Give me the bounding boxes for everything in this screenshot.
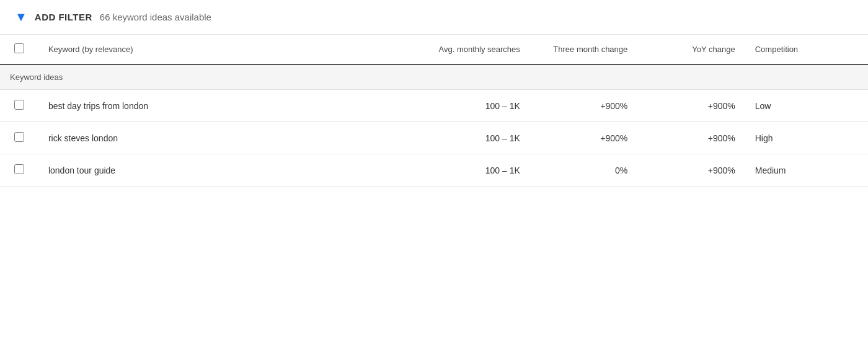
competition-cell-3: Medium [745,154,868,187]
row-checkbox-cell-3[interactable] [0,154,38,187]
row-checkbox-1[interactable] [14,100,24,110]
table-row: best day trips from london 100 – 1K +900… [0,90,868,122]
competition-cell-1: Low [745,90,868,122]
three-month-change-cell-3: 0% [530,154,637,187]
monthly-searches-cell-3: 100 – 1K [361,154,530,187]
yoy-change-cell-1: +900% [637,90,745,122]
three-month-change-cell-2: +900% [530,122,637,154]
table-header-row: Keyword (by relevance) Avg. monthly sear… [0,35,868,64]
keyword-table: Keyword (by relevance) Avg. monthly sear… [0,35,868,187]
yoy-change-cell-3: +900% [637,154,745,187]
top-bar: ▼ ADD FILTER 66 keyword ideas available [0,0,868,35]
monthly-searches-cell-2: 100 – 1K [361,122,530,154]
column-header-monthly-searches[interactable]: Avg. monthly searches [361,35,530,64]
row-checkbox-2[interactable] [14,132,24,142]
column-header-three-month-change[interactable]: Three month change [530,35,637,64]
row-checkbox-3[interactable] [14,164,24,174]
filter-icon: ▼ [15,10,27,24]
add-filter-button[interactable]: ADD FILTER [35,12,92,22]
column-header-competition[interactable]: Competition [745,35,868,64]
keyword-cell-3: london tour guide [38,154,361,187]
select-all-checkbox-cell[interactable] [0,35,38,64]
table-row: london tour guide 100 – 1K 0% +900% Medi… [0,154,868,187]
yoy-change-cell-2: +900% [637,122,745,154]
select-all-checkbox[interactable] [14,43,24,53]
competition-cell-2: High [745,122,868,154]
section-label: Keyword ideas [0,64,868,90]
keyword-cell-1: best day trips from london [38,90,361,122]
section-header-keyword-ideas: Keyword ideas [0,64,868,90]
keyword-cell-2: rick steves london [38,122,361,154]
three-month-change-cell-1: +900% [530,90,637,122]
table-row: rick steves london 100 – 1K +900% +900% … [0,122,868,154]
column-header-yoy-change[interactable]: YoY change [637,35,745,64]
column-header-keyword[interactable]: Keyword (by relevance) [38,35,361,64]
keyword-count-text: 66 keyword ideas available [100,12,211,22]
row-checkbox-cell-2[interactable] [0,122,38,154]
row-checkbox-cell-1[interactable] [0,90,38,122]
monthly-searches-cell-1: 100 – 1K [361,90,530,122]
